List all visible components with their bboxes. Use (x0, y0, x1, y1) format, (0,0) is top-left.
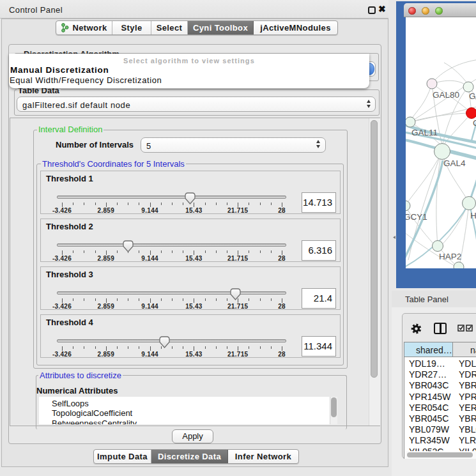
svg-text:GAL80: GAL80 (433, 90, 459, 100)
svg-text:GAL11: GAL11 (411, 128, 438, 137)
svg-text:GCY1: GCY1 (406, 212, 427, 222)
svg-text:GA: GA (469, 91, 476, 101)
svg-text:H: H (470, 211, 476, 220)
svg-text:GAL4: GAL4 (443, 158, 466, 168)
svg-text:HAP2: HAP2 (439, 252, 461, 261)
svg-text:C: C (473, 118, 476, 128)
